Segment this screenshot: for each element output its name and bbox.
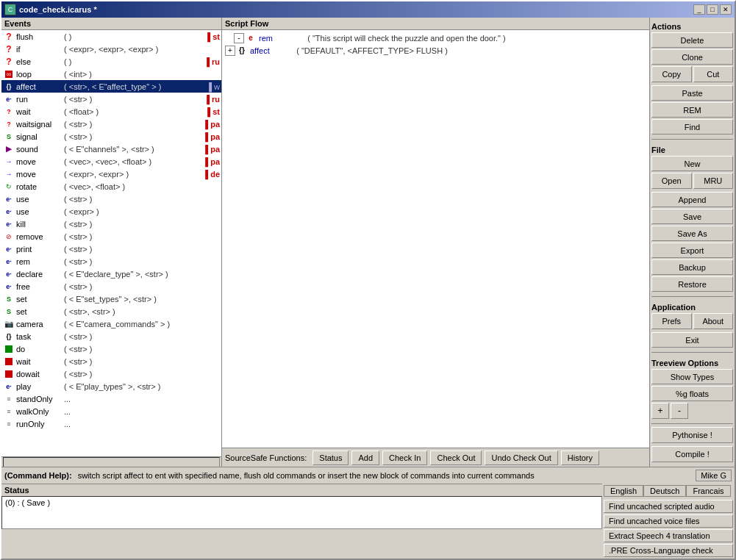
event-rotate[interactable]: ↻ rotate ( <vec>, <float> ) — [1, 180, 221, 193]
event-else[interactable]: ? else ( ) ▐ ru — [1, 55, 221, 68]
events-list[interactable]: ? flush ( ) ▐ st ? if ( <expr>, <expr>, … — [1, 30, 221, 456]
event-remove[interactable]: ⊘ remove ( <str> ) — [1, 230, 221, 243]
event-walkonly[interactable]: ≡ walkOnly ... — [1, 405, 221, 417]
event-dowait[interactable]: dowait ( <str> ) — [1, 367, 221, 380]
script-row-rem[interactable]: - e rem ( "This script will check the pu… — [224, 32, 648, 44]
export-button[interactable]: Export — [651, 243, 733, 258]
restore-button[interactable]: Restore — [651, 276, 733, 292]
status-button[interactable]: Status — [312, 450, 349, 465]
event-free[interactable]: e· free ( <str> ) — [1, 280, 221, 292]
do-icon — [3, 344, 15, 354]
checkin-button[interactable]: Check In — [382, 450, 427, 465]
extract-speech-button[interactable]: Extract Speech 4 translation — [604, 529, 733, 542]
open-button[interactable]: Open — [651, 173, 692, 189]
event-run[interactable]: e· run ( <str> ) ▐ ru — [1, 93, 221, 105]
new-button[interactable]: New — [651, 156, 733, 171]
affect-script-icon: {} — [237, 46, 247, 56]
event-if[interactable]: ? if ( <expr>, <expr>, <expr> ) — [1, 43, 221, 55]
undo-checkout-button[interactable]: Undo Check Out — [485, 450, 557, 465]
checkout-button[interactable]: Check Out — [430, 450, 482, 465]
plus-button[interactable]: + — [651, 403, 669, 419]
event-use2[interactable]: e· use ( <expr> ) — [1, 205, 221, 218]
wait2-icon — [3, 356, 15, 367]
event-camera[interactable]: 📷 camera ( < E"camera_commands" > ) — [1, 317, 221, 330]
mru-button[interactable]: MRU — [693, 173, 734, 189]
exit-button[interactable]: Exit — [651, 332, 733, 348]
bottom-main: Status (0) : ( Save ) English Deutsch Fr… — [1, 484, 735, 559]
history-button[interactable]: History — [561, 450, 599, 465]
about-button[interactable]: About — [693, 313, 734, 329]
play-icon: e· — [3, 381, 15, 392]
find-uncached-audio-button[interactable]: Find uncached scripted audio — [604, 500, 733, 513]
save-as-button[interactable]: Save As — [651, 226, 733, 241]
title-bar-left: C code_check.icarus * — [4, 4, 97, 15]
event-flush[interactable]: ? flush ( ) ▐ st — [1, 30, 221, 43]
event-affect[interactable]: {} affect ( <str>, < E"affect_type" > ) … — [1, 80, 221, 93]
close-button[interactable]: ✕ — [720, 4, 732, 15]
event-play[interactable]: e· play ( < E"play_types" >, <str> ) — [1, 380, 221, 392]
maximize-button[interactable]: □ — [707, 4, 718, 15]
script-row-affect[interactable]: + {} affect ( "DEFAULT", <AFFECT_TYPE> F… — [224, 44, 648, 57]
save-button[interactable]: Save — [651, 209, 733, 224]
event-loop[interactable]: ∞ loop ( <int> ) — [1, 68, 221, 80]
backup-button[interactable]: Backup — [651, 259, 733, 275]
event-set1[interactable]: S set ( < E"set_types" >, <str> ) — [1, 292, 221, 305]
event-rem[interactable]: e· rem ( <str> ) — [1, 255, 221, 268]
event-move2[interactable]: → move ( <expr>, <expr> ) ▐ de — [1, 168, 221, 180]
event-wait2[interactable]: wait ( <str> ) — [1, 355, 221, 367]
francais-button[interactable]: Francais — [686, 485, 730, 497]
cut-button[interactable]: Cut — [693, 66, 734, 82]
pre-cross-language-button[interactable]: .PRE Cross-Language check — [604, 544, 733, 557]
open-mru-row: Open MRU — [651, 173, 733, 190]
bottom-right: English Deutsch Francais Find uncached s… — [602, 484, 735, 559]
english-button[interactable]: English — [604, 485, 643, 497]
append-button[interactable]: Append — [651, 192, 733, 207]
minus-button[interactable]: - — [671, 403, 688, 419]
script-content[interactable]: - e rem ( "This script will check the pu… — [222, 30, 649, 448]
copy-button[interactable]: Copy — [651, 66, 692, 82]
set1-icon: S — [3, 294, 15, 304]
affect-key: affect — [250, 46, 287, 55]
delete-button[interactable]: Delete — [651, 32, 733, 48]
event-waitsignal[interactable]: ? waitsignal ( <str> ) ▐ pa — [1, 118, 221, 130]
title-bar: C code_check.icarus * _ □ ✕ — [1, 1, 735, 18]
event-task[interactable]: {} task ( <str> ) — [1, 330, 221, 342]
rem-button[interactable]: REM — [651, 102, 733, 118]
pythonise-button[interactable]: Pythonise ! — [651, 427, 733, 443]
event-move1[interactable]: → move ( <vec>, <vec>, <float> ) ▐ pa — [1, 155, 221, 168]
rem-collapse[interactable]: - — [234, 33, 244, 43]
event-standonly[interactable]: ≡ standOnly ... — [1, 392, 221, 405]
add-button[interactable]: Add — [351, 450, 379, 465]
gfloats-button[interactable]: %g floats — [651, 386, 733, 401]
rotate-icon: ↻ — [3, 182, 15, 192]
show-types-button[interactable]: Show Types — [651, 369, 733, 384]
find-uncached-voice-button[interactable]: Find uncached voice files — [604, 514, 733, 528]
affect-expand[interactable]: + — [225, 46, 235, 56]
prefs-button[interactable]: Prefs — [651, 313, 692, 329]
event-runonly[interactable]: ≡ runOnly ... — [1, 417, 221, 430]
standonly-icon: ≡ — [3, 394, 15, 404]
event-wait1[interactable]: ? wait ( <float> ) ▐ st — [1, 105, 221, 118]
paste-button[interactable]: Paste — [651, 85, 733, 101]
minimize-button[interactable]: _ — [693, 4, 705, 15]
script-panel: Script Flow - e rem ( "This script will … — [222, 18, 650, 467]
event-signal[interactable]: S signal ( <str> ) ▐ pa — [1, 130, 221, 143]
sourcesafe-bar: SourceSafe Functions: Status Add Check I… — [222, 448, 649, 467]
event-print[interactable]: e· print ( <str> ) — [1, 243, 221, 255]
main-window: C code_check.icarus * _ □ ✕ Events ? flu… — [0, 0, 736, 560]
events-hscroll[interactable] — [3, 457, 220, 467]
events-panel: Events ? flush ( ) ▐ st ? if ( <expr>, <… — [1, 18, 222, 467]
compile-button[interactable]: Compile ! — [651, 446, 733, 462]
script-flow-header: Script Flow — [222, 18, 649, 30]
event-set2[interactable]: S set ( <str>, <str> ) — [1, 305, 221, 317]
signal-icon: S — [3, 132, 15, 142]
deutsch-button[interactable]: Deutsch — [643, 485, 686, 497]
bottom-area: (Command Help): switch script affect to … — [1, 467, 735, 559]
event-use1[interactable]: e· use ( <str> ) — [1, 193, 221, 205]
event-kill[interactable]: e· kill ( <str> ) — [1, 218, 221, 230]
event-declare[interactable]: e· declare ( < E"declare_type" >, <str> … — [1, 268, 221, 280]
clone-button[interactable]: Clone — [651, 49, 733, 65]
event-do[interactable]: do ( <str> ) — [1, 342, 221, 355]
find-button[interactable]: Find — [651, 119, 733, 134]
event-sound[interactable]: ▶ sound ( < E"channels" >, <str> ) ▐ pa — [1, 143, 221, 155]
